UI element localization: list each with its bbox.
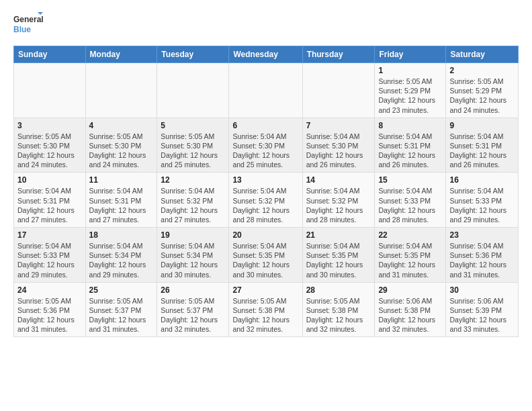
day-info: Sunrise: 5:05 AM Sunset: 5:38 PM Dayligh… — [306, 296, 371, 334]
week-row-5: 24Sunrise: 5:05 AM Sunset: 5:36 PM Dayli… — [14, 282, 519, 337]
day-cell: 13Sunrise: 5:04 AM Sunset: 5:32 PM Dayli… — [229, 173, 302, 228]
day-cell: 1Sunrise: 5:05 AM Sunset: 5:29 PM Daylig… — [375, 63, 446, 118]
day-cell: 17Sunrise: 5:04 AM Sunset: 5:33 PM Dayli… — [14, 228, 86, 283]
day-number: 6 — [232, 121, 298, 130]
day-cell — [302, 63, 375, 118]
day-cell: 6Sunrise: 5:04 AM Sunset: 5:30 PM Daylig… — [229, 118, 302, 173]
day-cell: 11Sunrise: 5:04 AM Sunset: 5:31 PM Dayli… — [85, 173, 157, 228]
day-number: 4 — [89, 121, 154, 130]
weekday-thursday: Thursday — [302, 46, 375, 63]
day-info: Sunrise: 5:04 AM Sunset: 5:33 PM Dayligh… — [449, 186, 515, 224]
day-number: 2 — [449, 66, 515, 75]
day-number: 19 — [161, 230, 225, 240]
day-cell: 5Sunrise: 5:05 AM Sunset: 5:30 PM Daylig… — [157, 118, 229, 173]
day-info: Sunrise: 5:04 AM Sunset: 5:36 PM Dayligh… — [449, 241, 515, 279]
weekday-saturday: Saturday — [446, 46, 519, 63]
day-info: Sunrise: 5:04 AM Sunset: 5:31 PM Dayligh… — [378, 132, 442, 170]
day-number: 22 — [378, 230, 442, 240]
day-cell: 16Sunrise: 5:04 AM Sunset: 5:33 PM Dayli… — [446, 173, 519, 228]
day-number: 27 — [232, 285, 298, 295]
weekday-sunday: Sunday — [14, 46, 86, 63]
day-number: 3 — [17, 121, 82, 130]
weekday-header-row: SundayMondayTuesdayWednesdayThursdayFrid… — [14, 46, 519, 63]
day-cell: 12Sunrise: 5:04 AM Sunset: 5:32 PM Dayli… — [157, 173, 229, 228]
day-cell — [229, 63, 302, 118]
day-info: Sunrise: 5:05 AM Sunset: 5:30 PM Dayligh… — [17, 132, 82, 170]
day-info: Sunrise: 5:05 AM Sunset: 5:30 PM Dayligh… — [89, 132, 154, 170]
weekday-wednesday: Wednesday — [229, 46, 302, 63]
day-number: 7 — [306, 121, 371, 130]
day-cell: 23Sunrise: 5:04 AM Sunset: 5:36 PM Dayli… — [446, 228, 519, 283]
day-number: 20 — [232, 230, 298, 240]
day-cell: 28Sunrise: 5:05 AM Sunset: 5:38 PM Dayli… — [302, 282, 375, 337]
logo: General Blue — [13, 11, 43, 38]
calendar: SundayMondayTuesdayWednesdayThursdayFrid… — [13, 46, 519, 337]
day-cell: 22Sunrise: 5:04 AM Sunset: 5:35 PM Dayli… — [375, 228, 446, 283]
day-info: Sunrise: 5:04 AM Sunset: 5:31 PM Dayligh… — [449, 132, 515, 170]
day-cell: 26Sunrise: 5:05 AM Sunset: 5:37 PM Dayli… — [157, 282, 229, 337]
weekday-tuesday: Tuesday — [157, 46, 229, 63]
day-cell: 25Sunrise: 5:05 AM Sunset: 5:37 PM Dayli… — [85, 282, 157, 337]
day-info: Sunrise: 5:05 AM Sunset: 5:30 PM Dayligh… — [161, 132, 225, 170]
day-number: 23 — [449, 230, 515, 240]
logo-graphic: General Blue — [13, 11, 43, 38]
week-row-3: 10Sunrise: 5:04 AM Sunset: 5:31 PM Dayli… — [14, 173, 519, 228]
day-info: Sunrise: 5:06 AM Sunset: 5:39 PM Dayligh… — [449, 296, 515, 334]
day-info: Sunrise: 5:04 AM Sunset: 5:31 PM Dayligh… — [17, 186, 82, 224]
day-cell: 24Sunrise: 5:05 AM Sunset: 5:36 PM Dayli… — [14, 282, 86, 337]
weekday-friday: Friday — [375, 46, 446, 63]
day-number: 13 — [232, 175, 298, 185]
day-info: Sunrise: 5:04 AM Sunset: 5:33 PM Dayligh… — [17, 241, 82, 279]
day-number: 17 — [17, 230, 82, 240]
day-number: 9 — [449, 121, 515, 130]
day-info: Sunrise: 5:04 AM Sunset: 5:34 PM Dayligh… — [89, 241, 154, 279]
day-number: 29 — [378, 285, 442, 295]
day-cell: 29Sunrise: 5:06 AM Sunset: 5:38 PM Dayli… — [375, 282, 446, 337]
day-number: 5 — [161, 121, 225, 130]
day-cell: 20Sunrise: 5:04 AM Sunset: 5:35 PM Dayli… — [229, 228, 302, 283]
day-number: 24 — [17, 285, 82, 295]
week-row-2: 3Sunrise: 5:05 AM Sunset: 5:30 PM Daylig… — [14, 118, 519, 173]
day-cell — [85, 63, 157, 118]
day-info: Sunrise: 5:04 AM Sunset: 5:30 PM Dayligh… — [232, 132, 298, 170]
day-number: 28 — [306, 285, 371, 295]
day-number: 21 — [306, 230, 371, 240]
svg-text:General: General — [13, 15, 43, 24]
day-number: 1 — [378, 66, 442, 75]
day-info: Sunrise: 5:06 AM Sunset: 5:38 PM Dayligh… — [378, 296, 442, 334]
day-info: Sunrise: 5:05 AM Sunset: 5:36 PM Dayligh… — [17, 296, 82, 334]
day-number: 26 — [161, 285, 225, 295]
day-cell: 19Sunrise: 5:04 AM Sunset: 5:34 PM Dayli… — [157, 228, 229, 283]
day-cell: 9Sunrise: 5:04 AM Sunset: 5:31 PM Daylig… — [446, 118, 519, 173]
day-info: Sunrise: 5:04 AM Sunset: 5:35 PM Dayligh… — [232, 241, 298, 279]
day-info: Sunrise: 5:05 AM Sunset: 5:37 PM Dayligh… — [161, 296, 225, 334]
day-info: Sunrise: 5:04 AM Sunset: 5:35 PM Dayligh… — [378, 241, 442, 279]
day-cell: 4Sunrise: 5:05 AM Sunset: 5:30 PM Daylig… — [85, 118, 157, 173]
day-cell: 30Sunrise: 5:06 AM Sunset: 5:39 PM Dayli… — [446, 282, 519, 337]
day-info: Sunrise: 5:04 AM Sunset: 5:35 PM Dayligh… — [306, 241, 371, 279]
day-info: Sunrise: 5:05 AM Sunset: 5:29 PM Dayligh… — [449, 77, 515, 115]
day-cell: 15Sunrise: 5:04 AM Sunset: 5:33 PM Dayli… — [375, 173, 446, 228]
day-info: Sunrise: 5:04 AM Sunset: 5:31 PM Dayligh… — [89, 186, 154, 224]
day-cell: 2Sunrise: 5:05 AM Sunset: 5:29 PM Daylig… — [446, 63, 519, 118]
day-number: 8 — [378, 121, 442, 130]
day-number: 10 — [17, 175, 82, 185]
day-info: Sunrise: 5:04 AM Sunset: 5:30 PM Dayligh… — [306, 132, 371, 170]
header: General Blue — [13, 11, 519, 38]
day-cell: 27Sunrise: 5:05 AM Sunset: 5:38 PM Dayli… — [229, 282, 302, 337]
day-info: Sunrise: 5:04 AM Sunset: 5:33 PM Dayligh… — [378, 186, 442, 224]
day-cell: 8Sunrise: 5:04 AM Sunset: 5:31 PM Daylig… — [375, 118, 446, 173]
day-info: Sunrise: 5:04 AM Sunset: 5:32 PM Dayligh… — [306, 186, 371, 224]
weekday-monday: Monday — [85, 46, 157, 63]
day-cell — [14, 63, 86, 118]
day-number: 30 — [449, 285, 515, 295]
day-info: Sunrise: 5:04 AM Sunset: 5:32 PM Dayligh… — [161, 186, 225, 224]
day-cell: 10Sunrise: 5:04 AM Sunset: 5:31 PM Dayli… — [14, 173, 86, 228]
day-cell: 14Sunrise: 5:04 AM Sunset: 5:32 PM Dayli… — [302, 173, 375, 228]
day-cell: 3Sunrise: 5:05 AM Sunset: 5:30 PM Daylig… — [14, 118, 86, 173]
day-info: Sunrise: 5:05 AM Sunset: 5:29 PM Dayligh… — [378, 77, 442, 115]
day-cell: 21Sunrise: 5:04 AM Sunset: 5:35 PM Dayli… — [302, 228, 375, 283]
day-cell: 7Sunrise: 5:04 AM Sunset: 5:30 PM Daylig… — [302, 118, 375, 173]
week-row-4: 17Sunrise: 5:04 AM Sunset: 5:33 PM Dayli… — [14, 228, 519, 283]
day-info: Sunrise: 5:05 AM Sunset: 5:37 PM Dayligh… — [89, 296, 154, 334]
